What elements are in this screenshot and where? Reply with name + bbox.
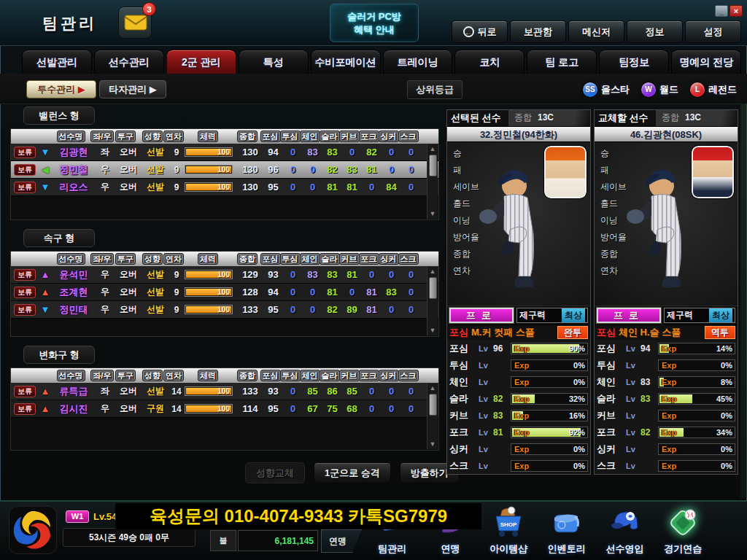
stat-value-cell: 82 (322, 164, 342, 175)
bottom-nav-shop[interactable]: SHOP아이템샵 (479, 505, 538, 559)
column-chip: 포심 (260, 370, 281, 381)
scroll-up-icon[interactable]: ▲ (430, 384, 436, 392)
table-row[interactable]: 보류◀정민철우오버선발9100130960082838100 (11, 161, 438, 179)
column-chip: 선수명 (57, 370, 85, 381)
legend-world[interactable]: W월드 (641, 82, 678, 97)
throw-style-cell: 오버 (115, 163, 142, 176)
hold-button[interactable]: 보류 (14, 403, 36, 415)
scroll-thumb[interactable] (429, 277, 437, 299)
lv-label: Lv (626, 361, 640, 370)
tab-hall-of-fame[interactable]: 명예의 전당 (671, 50, 741, 74)
card-header: 선택된 선수종합13C (447, 110, 590, 126)
header-cell: 선수명 (49, 370, 93, 381)
stat-value-cell: 81 (362, 287, 382, 298)
lv-value: 83 (640, 394, 658, 404)
back-button[interactable]: ←뒤로 (452, 20, 508, 43)
minimize-button[interactable]: _ (715, 5, 728, 17)
lv-label: Lv (479, 445, 493, 454)
bottom-nav-recruit[interactable]: 선수영입 (596, 505, 654, 559)
hold-button[interactable]: 보류 (14, 386, 36, 397)
table-row[interactable]: 보류▲류특급좌오버선발14100133930858685000 (11, 383, 438, 400)
pcbang-benefit-button[interactable]: 슬러거 PC방 혜택 안내 (330, 4, 419, 42)
legend-allstar[interactable]: SS올스타 (583, 82, 630, 97)
control-rating: 제구력최상 (516, 308, 588, 323)
exp-percent: 0% (573, 444, 585, 455)
table-scrollbar[interactable]: ▲▼ (427, 267, 438, 335)
hold-button[interactable]: 보류 (14, 304, 36, 316)
pitch-name: 싱커 (597, 443, 626, 456)
table-scrollbar[interactable]: ▲▼ (427, 144, 438, 219)
scroll-down-icon[interactable]: ▼ (430, 326, 436, 335)
scroll-down-icon[interactable]: ▼ (430, 209, 436, 218)
scroll-thumb[interactable] (429, 394, 437, 416)
stat-value-cell: 75 (322, 403, 342, 414)
table-row[interactable]: 보류▲김시진우오버구원14100114950677568000 (11, 400, 438, 418)
header-cell: 투심 (280, 370, 300, 381)
stat-value-cell: 0 (303, 287, 322, 298)
change-tendency-button[interactable]: 성향교체 (245, 462, 305, 483)
table-row[interactable]: 보류▼김광현좌오버선발9100130940838308200 (11, 144, 438, 161)
close-button[interactable]: × (729, 5, 743, 17)
table-row[interactable]: 보류▲조계현우오버선발9100128940081081830 (11, 284, 438, 301)
hold-button[interactable]: 보류 (14, 147, 36, 158)
table-scrollbar[interactable]: ▲▼ (427, 384, 438, 449)
field-icon (665, 506, 700, 538)
messenger-button[interactable]: 메신저 (568, 20, 624, 43)
scroll-up-icon[interactable]: ▲ (430, 144, 436, 153)
hold-button[interactable]: 보류 (14, 164, 36, 176)
tab-training[interactable]: 트레이닝 (383, 50, 453, 74)
legend-legend[interactable]: L레전드 (690, 82, 737, 97)
scroll-thumb[interactable] (429, 155, 437, 176)
tab-team-logo[interactable]: 팀 로고 (527, 50, 597, 74)
settings-button[interactable]: 설정 (685, 20, 741, 43)
arrow-up-icon: ▲ (39, 403, 52, 414)
tab-traits[interactable]: 특성 (239, 50, 309, 74)
storage-button[interactable]: 보관함 (510, 20, 566, 43)
column-chip: 연차 (163, 370, 184, 381)
table-row[interactable]: 보류▼리오스우오버선발9100130950081810840 (11, 179, 438, 196)
hold-button[interactable]: 보류 (14, 287, 36, 298)
promote-to-first-team-button[interactable]: 1군으로 승격 (314, 462, 391, 483)
exp-label: Exp (662, 461, 676, 472)
tab-pitcher-management[interactable]: 투수관리 ▶ (26, 80, 96, 98)
bottom-nav-label: 팀관리 (363, 542, 422, 556)
tab-defense-formation[interactable]: 수비포메이션 (311, 50, 381, 74)
exp-label: Exp (662, 444, 676, 455)
hp-value: 100 (217, 288, 230, 297)
tab-starting[interactable]: 선발관리 (22, 50, 92, 74)
tab-farm[interactable]: 2군 관리 (166, 50, 236, 74)
stat-value-cell: 0 (283, 287, 303, 298)
tab-batter-management[interactable]: 타자관리 ▶ (99, 80, 166, 98)
bottom-nav-practice[interactable]: 경기연습 (654, 505, 712, 559)
table-row[interactable]: 보류▼정민태우오버선발9100133950082898100 (11, 301, 438, 319)
tab-team-info[interactable]: 팀정보 (599, 50, 669, 74)
lv-label: Lv (626, 394, 640, 403)
pitch-stat-row: 슬라Lv83Exp45% (595, 391, 738, 407)
header-cell: 커브 (339, 253, 359, 265)
stadium-edge (740, 104, 747, 498)
scroll-down-icon[interactable]: ▼ (430, 440, 436, 448)
chevron-right-icon: ▶ (78, 84, 85, 95)
tab-players[interactable]: 선수관리 (94, 50, 164, 74)
tab-coach[interactable]: 코치 (454, 50, 525, 74)
exp-bar: Exp90% (511, 343, 588, 354)
pitch-primary: 포심 (449, 326, 468, 339)
bottom-nav-inventory[interactable]: 인벤토리 (538, 505, 596, 559)
pitch-name: 투심 (449, 359, 479, 372)
hold-button[interactable]: 보류 (14, 269, 36, 281)
scroll-up-icon[interactable]: ▲ (430, 267, 436, 276)
exp-label: Exp (514, 343, 529, 354)
hp-cell: 100 (185, 404, 237, 413)
table-row[interactable]: 보류▲윤석민우오버선발9100129930838381000 (11, 266, 438, 284)
header-cell: 커브 (339, 131, 359, 142)
hold-button[interactable]: 보류 (14, 182, 36, 193)
nav-button-label: 정보 (646, 21, 665, 42)
mail-button[interactable]: 3 (118, 7, 152, 39)
league-tab[interactable]: 연맹 (321, 529, 362, 553)
upper-grade-button[interactable]: 상위등급 (407, 80, 462, 99)
pitch-stat-row: 커브Lv83Exp16% (447, 408, 590, 424)
stat-value-cell: 0 (362, 182, 382, 192)
pitch-name: 스크 (597, 459, 626, 472)
info-button[interactable]: 정보 (627, 20, 683, 43)
column-chip: 스크 (398, 131, 419, 142)
